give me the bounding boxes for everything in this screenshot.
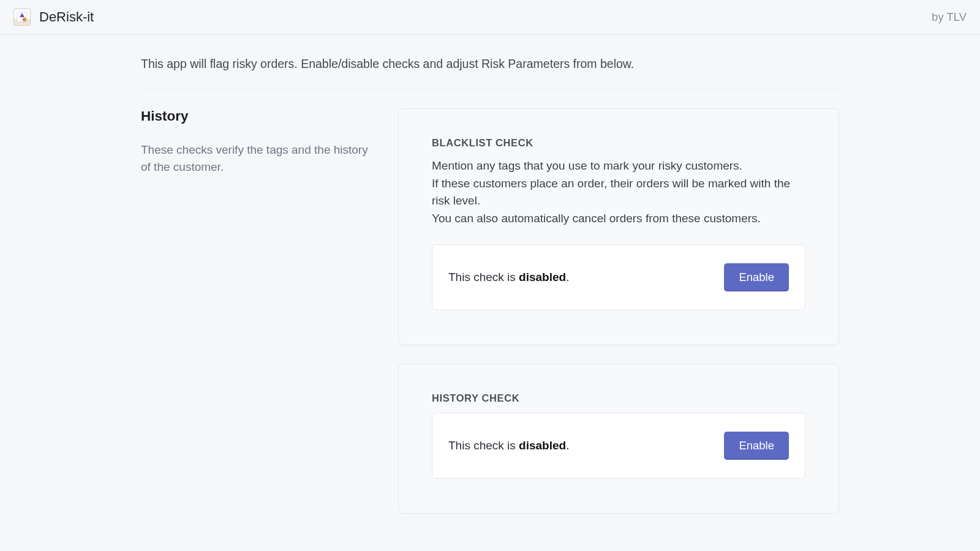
status-prefix: This check is bbox=[448, 439, 519, 452]
enable-button[interactable]: Enable bbox=[724, 263, 789, 291]
app-logo-icon bbox=[13, 9, 31, 26]
card-desc-line: Mention any tags that you use to mark yo… bbox=[432, 159, 742, 172]
section-title: History bbox=[141, 108, 374, 124]
svg-point-2 bbox=[23, 18, 26, 21]
status-text: This check is disabled. bbox=[448, 271, 569, 284]
section-description: These checks verify the tags and the his… bbox=[141, 141, 374, 175]
status-text: This check is disabled. bbox=[448, 439, 569, 452]
cards-column: BLACKLIST CHECK Mention any tags that yo… bbox=[398, 108, 839, 514]
vendor-label: by TLV bbox=[932, 10, 967, 24]
header-left: DeRisk-it bbox=[13, 9, 94, 26]
card-desc-line: If these customers place an order, their… bbox=[432, 177, 790, 208]
app-header: DeRisk-it by TLV bbox=[0, 0, 980, 35]
blacklist-check-card: BLACKLIST CHECK Mention any tags that yo… bbox=[398, 108, 839, 345]
status-state: disabled bbox=[519, 271, 566, 283]
main-content: This app will flag risky orders. Enable/… bbox=[92, 35, 888, 514]
card-description: Mention any tags that you use to mark yo… bbox=[432, 157, 805, 227]
history-section: History These checks verify the tags and… bbox=[141, 90, 839, 514]
card-title: HISTORY CHECK bbox=[432, 392, 805, 404]
card-desc-line: You can also automatically cancel orders… bbox=[432, 212, 761, 225]
status-suffix: . bbox=[566, 271, 569, 283]
status-box: This check is disabled. Enable bbox=[432, 244, 805, 310]
intro-text: This app will flag risky orders. Enable/… bbox=[141, 53, 839, 90]
enable-button[interactable]: Enable bbox=[724, 432, 789, 460]
card-title: BLACKLIST CHECK bbox=[432, 137, 805, 149]
status-box: This check is disabled. Enable bbox=[432, 413, 805, 479]
status-state: disabled bbox=[519, 439, 566, 452]
status-suffix: . bbox=[566, 439, 569, 452]
history-check-card: HISTORY CHECK This check is disabled. En… bbox=[398, 364, 839, 514]
app-title: DeRisk-it bbox=[39, 9, 94, 25]
section-side: History These checks verify the tags and… bbox=[141, 108, 374, 514]
status-prefix: This check is bbox=[448, 271, 519, 283]
